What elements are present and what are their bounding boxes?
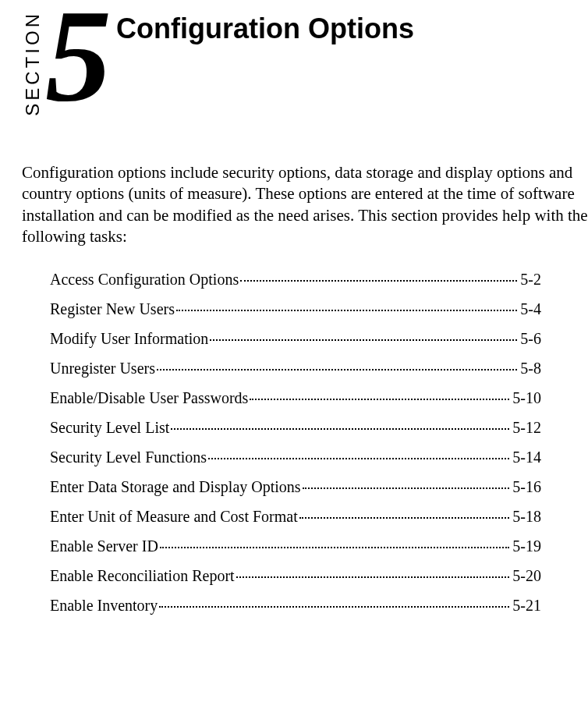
toc-entry: Enter Unit of Measure and Cost Format 5-…: [50, 508, 541, 526]
section-header: SECTION 5 Configuration Options: [0, 0, 588, 125]
toc-label: Enable Inventory: [50, 597, 158, 615]
section-number: 5: [45, 0, 112, 113]
toc-page: 5-10: [512, 389, 541, 407]
toc-label: Security Level List: [50, 419, 169, 437]
toc-label: Enter Unit of Measure and Cost Format: [50, 508, 298, 526]
toc-leader: [250, 399, 509, 400]
toc-leader: [159, 606, 509, 608]
toc-label: Security Level Functions: [50, 448, 207, 466]
page-title: Configuration Options: [116, 12, 414, 45]
toc-leader: [171, 428, 509, 430]
toc-entry: Enable Inventory 5-21: [50, 597, 541, 615]
toc-page: 5-18: [512, 508, 541, 526]
section-label: SECTION: [22, 11, 44, 116]
toc-page: 5-8: [520, 360, 541, 378]
toc-label: Enable/Disable User Passwords: [50, 389, 248, 407]
toc-label: Modify User Information: [50, 330, 208, 348]
toc-entry: Enter Data Storage and Display Options 5…: [50, 478, 541, 496]
toc-entry: Modify User Information 5-6: [50, 330, 541, 348]
toc-page: 5-6: [520, 330, 541, 348]
toc-leader: [240, 280, 517, 282]
toc-label: Enable Server ID: [50, 537, 158, 555]
toc-entry: Register New Users 5-4: [50, 300, 541, 318]
toc-label: Enter Data Storage and Display Options: [50, 478, 301, 496]
toc-label: Enable Reconciliation Report: [50, 567, 235, 585]
toc-page: 5-12: [512, 419, 541, 437]
toc-page: 5-14: [512, 448, 541, 466]
toc-entry: Security Level List 5-12: [50, 419, 541, 437]
toc-entry: Enable/Disable User Passwords 5-10: [50, 389, 541, 407]
toc-leader: [236, 576, 510, 578]
toc-leader: [160, 547, 510, 548]
toc-leader: [176, 310, 517, 311]
toc-leader: [157, 369, 517, 370]
toc-entry: Enable Reconciliation Report 5-20: [50, 567, 541, 585]
toc-label: Access Configuration Options: [50, 271, 239, 289]
intro-paragraph: Configuration options include security o…: [0, 125, 588, 247]
toc-entry: Security Level Functions 5-14: [50, 448, 541, 466]
toc-entry: Access Configuration Options 5-2: [50, 271, 541, 289]
toc-page: 5-19: [512, 537, 541, 555]
toc-label: Unregister Users: [50, 360, 155, 378]
toc-page: 5-2: [520, 271, 541, 289]
toc-leader: [303, 488, 510, 489]
toc-leader: [208, 458, 509, 459]
toc-page: 5-20: [512, 567, 541, 585]
toc-label: Register New Users: [50, 300, 175, 318]
toc-entry: Enable Server ID 5-19: [50, 537, 541, 555]
toc-page: 5-21: [512, 597, 541, 615]
table-of-contents: Access Configuration Options 5-2 Registe…: [0, 247, 588, 615]
toc-leader: [299, 517, 510, 519]
toc-entry: Unregister Users 5-8: [50, 360, 541, 378]
toc-page: 5-16: [512, 478, 541, 496]
toc-page: 5-4: [520, 300, 541, 318]
toc-leader: [210, 339, 517, 341]
